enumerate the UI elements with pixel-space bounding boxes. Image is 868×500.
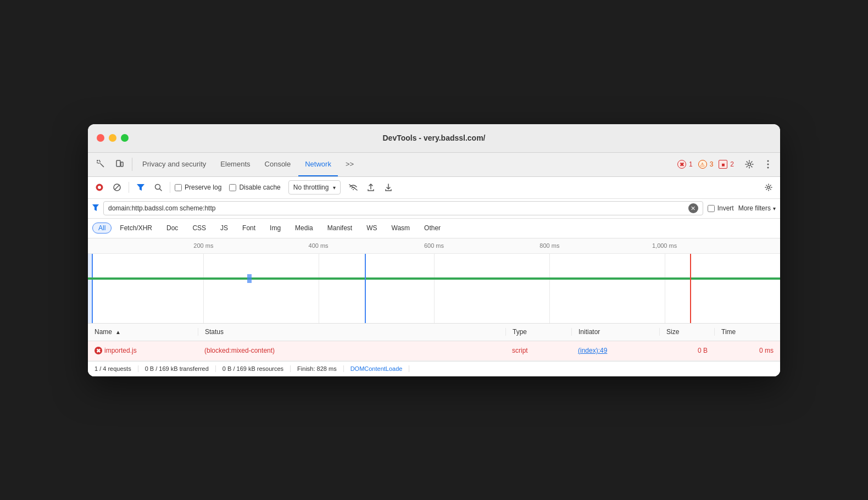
tab-network[interactable]: Network (298, 152, 338, 176)
svg-rect-0 (97, 160, 100, 163)
waterfall-red-line (690, 254, 691, 324)
tab-console[interactable]: Console (258, 152, 298, 176)
th-initiator[interactable]: Initiator (571, 328, 659, 336)
search-button[interactable] (151, 180, 165, 195)
maximize-button[interactable] (121, 134, 129, 142)
inspect-icon[interactable] (92, 155, 110, 173)
waterfall-blue-line (365, 254, 366, 324)
type-filter-ws[interactable]: WS (360, 223, 383, 234)
ruler-mark-800: 800 ms (539, 242, 559, 249)
toolbar-separator-1 (129, 182, 129, 193)
toolbar-separator-2 (170, 182, 170, 193)
svg-point-3 (748, 163, 751, 166)
th-time[interactable]: Time (714, 328, 780, 336)
clear-button[interactable] (110, 180, 124, 195)
status-finish: Finish: 828 ms (291, 365, 344, 372)
type-filter-css[interactable]: CSS (186, 223, 212, 234)
disable-cache-label[interactable]: Disable cache (229, 184, 280, 191)
grid-line-3 (434, 254, 435, 324)
tab-privacy[interactable]: Privacy and security (136, 152, 213, 176)
warning-badge: ⚠ 3 (698, 160, 714, 169)
download-icon[interactable] (381, 180, 396, 195)
svg-point-12 (767, 186, 770, 188)
grid-line-1 (203, 254, 204, 324)
titlebar: DevTools - very.badssl.com/ (88, 124, 780, 153)
ruler-mark-400: 400 ms (309, 242, 329, 249)
more-filters-button[interactable]: More filters ▾ (738, 204, 776, 212)
close-button[interactable] (97, 134, 104, 142)
type-filter-other[interactable]: Other (418, 223, 447, 234)
svg-point-4 (767, 160, 769, 162)
network-table: ✖ imported.js (blocked:mixed-content) sc… (88, 341, 780, 361)
grid-line-4 (549, 254, 550, 324)
status-transferred: 0 B / 169 kB transferred (138, 365, 216, 372)
preserve-log-label[interactable]: Preserve log (175, 184, 221, 191)
more-options-button[interactable] (760, 157, 776, 172)
timeline-area: 200 ms 400 ms 600 ms 800 ms 1,000 ms (88, 238, 780, 324)
devtools-body: Privacy and security Elements Console Ne… (88, 153, 780, 376)
ruler-mark-1000: 1,000 ms (652, 242, 677, 249)
status-dom-content[interactable]: DOMContentLoade (344, 365, 410, 372)
network-toolbar: Preserve log Disable cache No throttling… (88, 177, 780, 199)
timeline-waterfall-row (88, 273, 780, 284)
type-filter-doc[interactable]: Doc (160, 223, 184, 234)
type-filter-wasm[interactable]: Wasm (386, 223, 416, 234)
window-title: DevTools - very.badssl.com/ (383, 134, 486, 142)
filter-button[interactable] (133, 180, 148, 195)
settings-button[interactable] (742, 157, 757, 172)
td-initiator[interactable]: (index):49 (571, 347, 659, 354)
timeline-ruler: 200 ms 400 ms 600 ms 800 ms 1,000 ms (88, 238, 780, 254)
td-size: 0 B (659, 347, 714, 354)
table-row[interactable]: ✖ imported.js (blocked:mixed-content) sc… (88, 341, 780, 361)
th-status[interactable]: Status (198, 328, 505, 336)
upload-icon[interactable] (364, 180, 378, 195)
info-badge: ■ 2 (719, 160, 734, 169)
wifi-icon[interactable] (346, 180, 360, 195)
svg-point-5 (767, 164, 769, 165)
record-button[interactable] (92, 180, 107, 195)
row-error-icon: ✖ (94, 347, 102, 354)
svg-rect-1 (116, 160, 120, 166)
device-icon[interactable] (111, 155, 129, 173)
warning-icon: ⚠ (698, 160, 707, 169)
th-size[interactable]: Size (659, 328, 714, 336)
ruler-mark-600: 600 ms (424, 242, 444, 249)
waterfall-blue-marker (247, 274, 252, 283)
invert-checkbox[interactable] (708, 205, 715, 212)
th-type[interactable]: Type (505, 328, 571, 336)
invert-label[interactable]: Invert (708, 204, 734, 212)
error-badge: ✖ 1 (677, 160, 693, 169)
type-filter-media[interactable]: Media (289, 223, 319, 234)
filter-input[interactable] (108, 204, 685, 212)
type-filter-fetch[interactable]: Fetch/XHR (114, 223, 158, 234)
type-filter-js[interactable]: JS (214, 223, 234, 234)
preserve-log-checkbox[interactable] (175, 184, 182, 191)
th-name[interactable]: Name ▲ (88, 328, 198, 336)
type-filter-bar: All Fetch/XHR Doc CSS JS Font Img Media … (88, 219, 780, 238)
type-filter-img[interactable]: Img (264, 223, 287, 234)
minimize-button[interactable] (109, 134, 116, 142)
ruler-mark-200: 200 ms (193, 242, 213, 249)
type-filter-font[interactable]: Font (236, 223, 261, 234)
svg-point-6 (767, 167, 769, 169)
clear-filter-button[interactable]: ✕ (688, 203, 698, 213)
waterfall-green-bar (88, 277, 780, 280)
window-controls (97, 134, 129, 142)
error-icon: ✖ (677, 160, 686, 169)
throttle-select[interactable]: No throttling ▾ (288, 180, 341, 195)
tab-more[interactable]: >> (339, 152, 360, 176)
more-filters-chevron-icon: ▾ (773, 205, 776, 212)
type-filter-manifest[interactable]: Manifest (321, 223, 358, 234)
type-filter-all[interactable]: All (92, 223, 112, 234)
tab-bar-right: ✖ 1 ⚠ 3 ■ 2 (677, 157, 776, 172)
tab-elements[interactable]: Elements (214, 152, 257, 176)
td-status: (blocked:mixed-content) (198, 347, 505, 354)
td-time: 0 ms (714, 347, 780, 354)
disable-cache-checkbox[interactable] (229, 184, 236, 191)
status-bar: 1 / 4 requests 0 B / 169 kB transferred … (88, 361, 780, 376)
svg-rect-2 (121, 162, 123, 166)
table-header: Name ▲ Status Type Initiator Size Time (88, 324, 780, 341)
network-settings-button[interactable] (761, 180, 776, 195)
filter-input-wrap: ✕ (103, 201, 703, 215)
timeline-left-handle[interactable] (88, 254, 93, 324)
